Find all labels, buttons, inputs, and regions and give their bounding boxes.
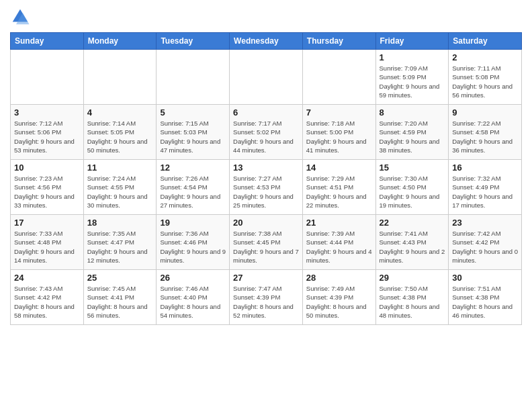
day-info: Sunrise: 7:22 AM Sunset: 4:58 PM Dayligh… [452,119,518,154]
day-info: Sunrise: 7:47 AM Sunset: 4:39 PM Dayligh… [233,284,299,320]
calendar-cell: 28Sunrise: 7:49 AM Sunset: 4:39 PM Dayli… [302,270,375,325]
calendar-week-2: 3Sunrise: 7:12 AM Sunset: 5:06 PM Daylig… [11,105,522,160]
day-number: 16 [452,163,518,173]
weekday-header-tuesday: Tuesday [157,33,230,50]
day-number: 6 [233,107,299,118]
day-info: Sunrise: 7:14 AM Sunset: 5:05 PM Dayligh… [87,119,153,154]
day-info: Sunrise: 7:30 AM Sunset: 4:50 PM Dayligh… [380,174,445,210]
calendar-cell: 22Sunrise: 7:41 AM Sunset: 4:43 PM Dayli… [375,215,449,270]
calendar-cell: 26Sunrise: 7:46 AM Sunset: 4:40 PM Dayli… [157,270,230,325]
day-info: Sunrise: 7:38 AM Sunset: 4:45 PM Dayligh… [233,229,299,265]
day-number: 30 [452,273,518,283]
day-number: 10 [14,163,80,173]
weekday-header-friday: Friday [375,33,449,50]
calendar-cell: 27Sunrise: 7:47 AM Sunset: 4:39 PM Dayli… [230,270,303,325]
calendar-cell: 24Sunrise: 7:43 AM Sunset: 4:42 PM Dayli… [11,270,84,325]
calendar-cell: 12Sunrise: 7:26 AM Sunset: 4:54 PM Dayli… [157,160,230,215]
day-info: Sunrise: 7:12 AM Sunset: 5:06 PM Dayligh… [14,119,80,154]
calendar-cell: 6Sunrise: 7:17 AM Sunset: 5:02 PM Daylig… [230,105,303,160]
day-number: 29 [380,273,445,283]
day-info: Sunrise: 7:18 AM Sunset: 5:00 PM Dayligh… [306,119,372,154]
day-number: 21 [306,218,372,228]
day-number: 27 [233,273,299,283]
weekday-header-sunday: Sunday [11,33,84,50]
calendar-week-4: 17Sunrise: 7:33 AM Sunset: 4:48 PM Dayli… [11,215,522,270]
calendar-cell: 20Sunrise: 7:38 AM Sunset: 4:45 PM Dayli… [230,215,303,270]
weekday-header-row: SundayMondayTuesdayWednesdayThursdayFrid… [11,33,522,50]
day-number: 1 [380,52,445,62]
weekday-header-saturday: Saturday [449,33,522,50]
day-number: 25 [87,273,153,283]
day-number: 13 [233,163,299,173]
day-info: Sunrise: 7:17 AM Sunset: 5:02 PM Dayligh… [233,119,299,154]
calendar-cell: 16Sunrise: 7:32 AM Sunset: 4:49 PM Dayli… [449,160,522,215]
day-number: 2 [452,52,518,62]
calendar-cell: 4Sunrise: 7:14 AM Sunset: 5:05 PM Daylig… [83,105,157,160]
calendar-cell: 14Sunrise: 7:29 AM Sunset: 4:51 PM Dayli… [302,160,375,215]
day-number: 20 [233,218,299,228]
day-info: Sunrise: 7:09 AM Sunset: 5:09 PM Dayligh… [380,64,445,99]
calendar-cell: 2Sunrise: 7:11 AM Sunset: 5:08 PM Daylig… [449,50,522,105]
calendar-cell: 1Sunrise: 7:09 AM Sunset: 5:09 PM Daylig… [375,50,449,105]
calendar-cell: 29Sunrise: 7:50 AM Sunset: 4:38 PM Dayli… [375,270,449,325]
calendar-cell: 10Sunrise: 7:23 AM Sunset: 4:56 PM Dayli… [11,160,84,215]
day-info: Sunrise: 7:32 AM Sunset: 4:49 PM Dayligh… [452,174,518,210]
day-info: Sunrise: 7:50 AM Sunset: 4:38 PM Dayligh… [380,284,445,320]
logo [10,7,33,27]
calendar-cell: 3Sunrise: 7:12 AM Sunset: 5:06 PM Daylig… [11,105,84,160]
day-number: 8 [380,107,445,118]
calendar-cell: 25Sunrise: 7:45 AM Sunset: 4:41 PM Dayli… [83,270,157,325]
calendar-cell: 9Sunrise: 7:22 AM Sunset: 4:58 PM Daylig… [449,105,522,160]
logo-icon [10,7,30,27]
day-info: Sunrise: 7:29 AM Sunset: 4:51 PM Dayligh… [306,174,372,210]
page-container: SundayMondayTuesdayWednesdayThursdayFrid… [0,0,532,328]
weekday-header-monday: Monday [83,33,157,50]
calendar-cell: 17Sunrise: 7:33 AM Sunset: 4:48 PM Dayli… [11,215,84,270]
weekday-header-wednesday: Wednesday [230,33,303,50]
calendar-cell: 18Sunrise: 7:35 AM Sunset: 4:47 PM Dayli… [83,215,157,270]
calendar-cell: 30Sunrise: 7:51 AM Sunset: 4:38 PM Dayli… [449,270,522,325]
calendar-cell: 7Sunrise: 7:18 AM Sunset: 5:00 PM Daylig… [302,105,375,160]
day-info: Sunrise: 7:51 AM Sunset: 4:38 PM Dayligh… [452,284,518,320]
day-info: Sunrise: 7:33 AM Sunset: 4:48 PM Dayligh… [14,229,80,265]
day-number: 26 [160,273,226,283]
day-info: Sunrise: 7:23 AM Sunset: 4:56 PM Dayligh… [14,174,80,210]
day-info: Sunrise: 7:49 AM Sunset: 4:39 PM Dayligh… [306,284,372,320]
day-info: Sunrise: 7:46 AM Sunset: 4:40 PM Dayligh… [160,284,226,320]
calendar-cell: 11Sunrise: 7:24 AM Sunset: 4:55 PM Dayli… [83,160,157,215]
day-info: Sunrise: 7:24 AM Sunset: 4:55 PM Dayligh… [87,174,153,210]
day-info: Sunrise: 7:43 AM Sunset: 4:42 PM Dayligh… [14,284,80,320]
day-number: 14 [306,163,372,173]
calendar-cell: 8Sunrise: 7:20 AM Sunset: 4:59 PM Daylig… [375,105,449,160]
day-number: 22 [380,218,445,228]
day-number: 3 [14,107,80,118]
day-number: 11 [87,163,153,173]
calendar-cell: 19Sunrise: 7:36 AM Sunset: 4:46 PM Dayli… [157,215,230,270]
day-info: Sunrise: 7:20 AM Sunset: 4:59 PM Dayligh… [380,119,445,154]
day-number: 5 [160,107,226,118]
day-info: Sunrise: 7:42 AM Sunset: 4:42 PM Dayligh… [452,229,518,265]
day-number: 23 [452,218,518,228]
calendar-cell: 15Sunrise: 7:30 AM Sunset: 4:50 PM Dayli… [375,160,449,215]
calendar-cell: 13Sunrise: 7:27 AM Sunset: 4:53 PM Dayli… [230,160,303,215]
day-number: 15 [380,163,445,173]
calendar-week-1: 1Sunrise: 7:09 AM Sunset: 5:09 PM Daylig… [11,50,522,105]
calendar-cell [11,50,84,105]
calendar-cell [83,50,157,105]
day-number: 28 [306,273,372,283]
calendar-cell [230,50,303,105]
calendar-cell: 21Sunrise: 7:39 AM Sunset: 4:44 PM Dayli… [302,215,375,270]
day-number: 17 [14,218,80,228]
calendar-cell: 23Sunrise: 7:42 AM Sunset: 4:42 PM Dayli… [449,215,522,270]
calendar-cell [302,50,375,105]
day-info: Sunrise: 7:45 AM Sunset: 4:41 PM Dayligh… [87,284,153,320]
weekday-header-thursday: Thursday [302,33,375,50]
day-info: Sunrise: 7:36 AM Sunset: 4:46 PM Dayligh… [160,229,226,265]
header [10,7,522,27]
day-number: 4 [87,107,153,118]
day-number: 7 [306,107,372,118]
day-number: 18 [87,218,153,228]
calendar-week-5: 24Sunrise: 7:43 AM Sunset: 4:42 PM Dayli… [11,270,522,325]
day-info: Sunrise: 7:26 AM Sunset: 4:54 PM Dayligh… [160,174,226,210]
day-number: 24 [14,273,80,283]
